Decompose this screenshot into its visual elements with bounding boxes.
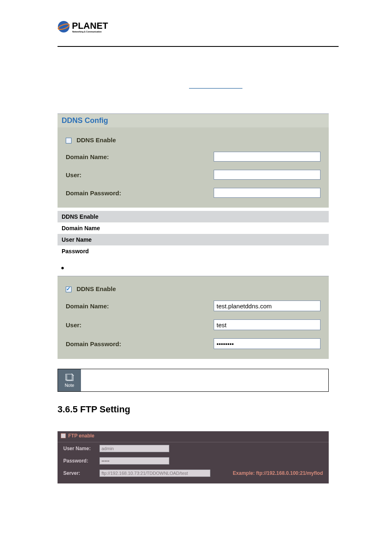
ftp-password-input[interactable] <box>99 457 169 465</box>
user-label: User: <box>66 171 81 178</box>
ftp-password-label: Password: <box>63 458 92 464</box>
ftp-example-text: Example: ftp://192.168.0.100:21/myflod <box>233 470 323 476</box>
ftp-enable-checkbox[interactable] <box>61 433 66 438</box>
svg-text:Networking & Communication: Networking & Communication <box>72 30 101 33</box>
user-input[interactable] <box>214 170 321 180</box>
ddns-config-panel: DDNS Config DDNS Enable Domain Name: Use… <box>58 113 329 208</box>
svg-text:PLANET: PLANET <box>72 21 108 31</box>
domain-name-label-2: Domain Name: <box>66 303 109 310</box>
ftp-panel: FTP enable User Name: Password: Server: … <box>58 431 329 483</box>
desc-ddns-enable: DDNS Enable <box>58 211 329 222</box>
ddns-enable-label: DDNS Enable <box>76 136 116 143</box>
note-icon: Note <box>58 369 81 391</box>
domain-password-label: Domain Password: <box>66 190 121 197</box>
ftp-user-label: User Name: <box>63 446 92 451</box>
domain-name-input[interactable] <box>214 152 321 162</box>
ftp-user-input[interactable] <box>99 445 169 452</box>
ddns-enable-checkbox-checked[interactable] <box>66 287 71 292</box>
desc-password: Password <box>58 245 329 257</box>
ddns-description-table: DDNS Enable Domain Name User Name Passwo… <box>58 211 329 257</box>
ddns-enable-label-2: DDNS Enable <box>76 285 116 292</box>
ddns-example-panel: DDNS Enable Domain Name: User: Domain Pa… <box>58 276 329 359</box>
user-input-2[interactable] <box>214 319 321 330</box>
user-label-2: User: <box>66 321 81 328</box>
domain-name-label: Domain Name: <box>66 153 109 160</box>
brand-logo: PLANET Networking & Communication <box>58 16 339 37</box>
note-label: Note <box>65 383 74 388</box>
domain-password-input[interactable] <box>214 188 321 198</box>
ftp-enable-label: FTP enable <box>68 433 95 439</box>
desc-domain-name: Domain Name <box>58 222 329 234</box>
divider-top <box>58 46 339 47</box>
domain-password-label-2: Domain Password: <box>66 340 121 347</box>
domain-name-input-2[interactable] <box>214 301 321 311</box>
note-box: Note <box>58 369 329 392</box>
ddns-config-title: DDNS Config <box>58 113 329 127</box>
ddns-enable-checkbox[interactable] <box>66 138 71 143</box>
heading-ftp-setting: 3.6.5 FTP Setting <box>58 404 339 415</box>
ftp-server-input[interactable] <box>99 469 210 477</box>
desc-user-name: User Name <box>58 234 329 245</box>
bullet-point: ● <box>61 264 339 271</box>
divider-short <box>189 88 242 89</box>
ftp-server-label: Server: <box>63 470 92 476</box>
domain-password-input-2[interactable] <box>214 338 321 349</box>
